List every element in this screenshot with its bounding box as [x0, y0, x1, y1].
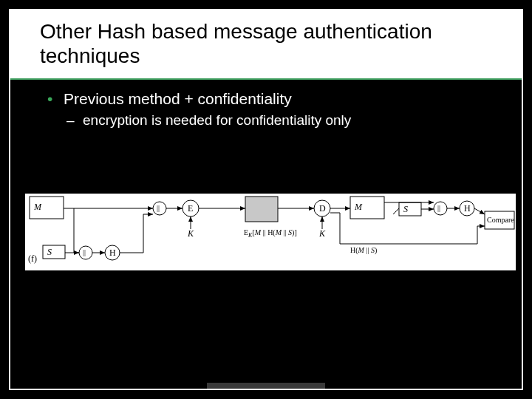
label-e: E — [188, 203, 193, 214]
box-s-dest — [399, 202, 421, 216]
label-s1: S — [47, 247, 52, 257]
title-area: Other Hash based message authentication … — [10, 10, 522, 80]
label-k1: K — [187, 228, 194, 239]
slide-frame: Other Hash based message authentication … — [9, 9, 523, 390]
label-m2: M — [354, 202, 363, 212]
label-hash-out: H(M || S) — [350, 246, 377, 255]
label-m1: M — [33, 202, 42, 212]
label-f: (f) — [28, 253, 37, 264]
label-cat1: || — [83, 248, 86, 256]
label-cat2: || — [157, 204, 160, 212]
svg-line-15 — [393, 208, 399, 214]
footer-accent — [207, 383, 325, 389]
label-cat3: || — [437, 204, 440, 212]
label-compare: Compare — [487, 216, 514, 224]
label-cipher: EK[M || H(M || S)] — [244, 228, 297, 239]
diagram: .ln { stroke:#000; stroke-width:1; fill:… — [25, 194, 516, 270]
bullet-level-1: Previous method + confidentiality — [47, 90, 501, 108]
bullet-level-2: encryption is needed for confidentiality… — [66, 112, 501, 129]
label-h2: H — [464, 203, 471, 214]
svg-line-14 — [474, 208, 485, 214]
label-h1: H — [109, 248, 116, 258]
channel — [245, 197, 278, 222]
label-d: D — [319, 203, 326, 214]
slide-title: Other Hash based message authentication … — [40, 19, 508, 68]
label-k2: K — [318, 228, 326, 239]
diagram-svg: .ln { stroke:#000; stroke-width:1; fill:… — [25, 194, 516, 270]
label-s2: S — [403, 204, 408, 214]
box-s-source — [43, 245, 65, 259]
body-area: Previous method + confidentiality encryp… — [10, 80, 522, 129]
